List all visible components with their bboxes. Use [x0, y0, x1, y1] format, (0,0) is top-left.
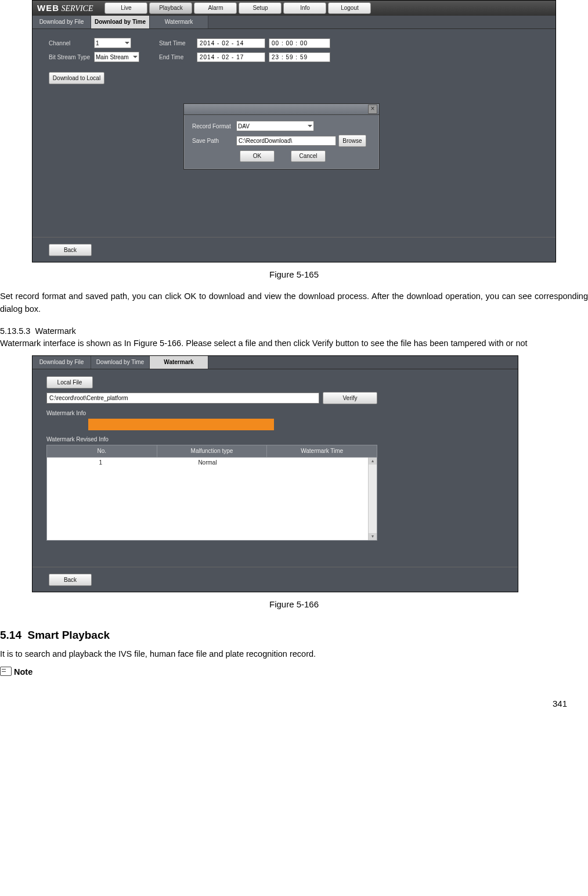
- start-time-input[interactable]: 00 : 00 : 00: [269, 38, 330, 48]
- back-button[interactable]: Back: [49, 574, 92, 586]
- starttime-label: Start Time: [159, 40, 197, 46]
- col-malfunction-type: Malfunction type: [157, 445, 268, 457]
- note-label: Note: [0, 667, 588, 677]
- chevron-down-icon: [133, 56, 138, 58]
- end-date-input[interactable]: 2014 - 02 - 17: [197, 52, 265, 62]
- app-brand: WEB SERVICE: [37, 3, 93, 13]
- section-heading-smart-playback: 5.14 Smart Playback: [0, 629, 588, 642]
- watermark-info-box: [88, 419, 274, 430]
- endtime-label: End Time: [159, 54, 197, 60]
- table-row: 1 Normal: [47, 458, 368, 468]
- panel-footer: Back: [33, 567, 518, 592]
- main-nav: Live Playback Alarm Setup Info Logout: [104, 2, 371, 14]
- col-watermark-time: Watermark Time: [267, 445, 377, 457]
- local-file-button[interactable]: Local File: [46, 376, 93, 388]
- page-number: 341: [0, 699, 567, 708]
- nav-alarm[interactable]: Alarm: [194, 2, 237, 14]
- nav-playback[interactable]: Playback: [149, 2, 192, 14]
- start-date-input[interactable]: 2014 - 02 - 14: [197, 38, 265, 48]
- browse-button[interactable]: Browse: [338, 135, 366, 147]
- figure-5-166: Download by File Download by Time Waterm…: [32, 355, 518, 592]
- chevron-down-icon: [125, 42, 129, 44]
- back-button[interactable]: Back: [49, 244, 92, 256]
- scroll-up-icon[interactable]: ▴: [369, 458, 377, 465]
- watermark-revised-info-label: Watermark Revised Info: [46, 436, 504, 442]
- watermark-info-label: Watermark Info: [46, 410, 504, 416]
- table-scrollbar[interactable]: ▴ ▾: [368, 458, 377, 540]
- download-dialog: × Record Format DAV Save Path Browse: [183, 103, 380, 170]
- dialog-titlebar: ×: [184, 104, 379, 115]
- download-to-local-button[interactable]: Download to Local: [49, 72, 104, 84]
- scroll-down-icon[interactable]: ▾: [369, 533, 377, 540]
- subnav-download-by-file[interactable]: Download by File: [33, 16, 91, 28]
- figure-5-165: WEB SERVICE Live Playback Alarm Setup In…: [32, 0, 556, 262]
- verify-button[interactable]: Verify: [323, 392, 377, 404]
- figure-caption-166: Figure 5-166: [0, 599, 588, 609]
- channel-select[interactable]: 1: [94, 38, 131, 48]
- nav-logout[interactable]: Logout: [328, 2, 371, 14]
- paragraph: Set record format and saved path, you ca…: [0, 290, 588, 316]
- close-icon[interactable]: ×: [368, 105, 377, 114]
- app-titlebar: WEB SERVICE Live Playback Alarm Setup In…: [33, 1, 555, 16]
- bitstream-label: Bit Stream Type: [49, 54, 94, 60]
- col-no: No.: [47, 445, 157, 457]
- end-time-input[interactable]: 23 : 59 : 59: [269, 52, 330, 62]
- nav-info[interactable]: Info: [283, 2, 326, 14]
- bitstream-select[interactable]: Main Stream: [94, 52, 139, 62]
- ok-button[interactable]: OK: [240, 150, 275, 162]
- note-icon: [0, 667, 12, 676]
- subnav-download-by-file[interactable]: Download by File: [33, 356, 91, 369]
- record-format-label: Record Format: [192, 123, 236, 129]
- panel-footer: Back: [33, 237, 555, 262]
- subnav-download-by-time[interactable]: Download by Time: [91, 16, 150, 28]
- save-path-input[interactable]: [236, 136, 336, 146]
- figure-caption-165: Figure 5-165: [0, 269, 588, 279]
- cancel-button[interactable]: Cancel: [291, 150, 326, 162]
- watermark-table: No. Malfunction type Watermark Time 1 No…: [46, 445, 377, 541]
- subnav-download-by-time[interactable]: Download by Time: [91, 356, 150, 369]
- save-path-label: Save Path: [192, 138, 236, 144]
- section-heading-watermark: 5.13.5.3 Watermark: [0, 326, 588, 336]
- subnav-watermark[interactable]: Watermark: [150, 356, 208, 369]
- record-format-select[interactable]: DAV: [236, 121, 314, 131]
- paragraph: Watermark interface is shown as In Figur…: [0, 337, 588, 350]
- chevron-down-icon: [308, 125, 312, 127]
- nav-live[interactable]: Live: [104, 2, 147, 14]
- sub-nav: Download by File Download by Time Waterm…: [33, 16, 555, 29]
- file-path-input[interactable]: [46, 393, 319, 404]
- subnav-watermark[interactable]: Watermark: [150, 16, 208, 28]
- channel-label: Channel: [49, 40, 94, 46]
- panel-watermark: Local File Verify Watermark Info Waterma…: [33, 369, 518, 567]
- nav-setup[interactable]: Setup: [239, 2, 282, 14]
- panel-download-by-time: Channel 1 Bit Stream Type Main Stream: [33, 29, 555, 237]
- paragraph: It is to search and playback the IVS fil…: [0, 647, 588, 660]
- sub-nav: Download by File Download by Time Waterm…: [33, 356, 518, 369]
